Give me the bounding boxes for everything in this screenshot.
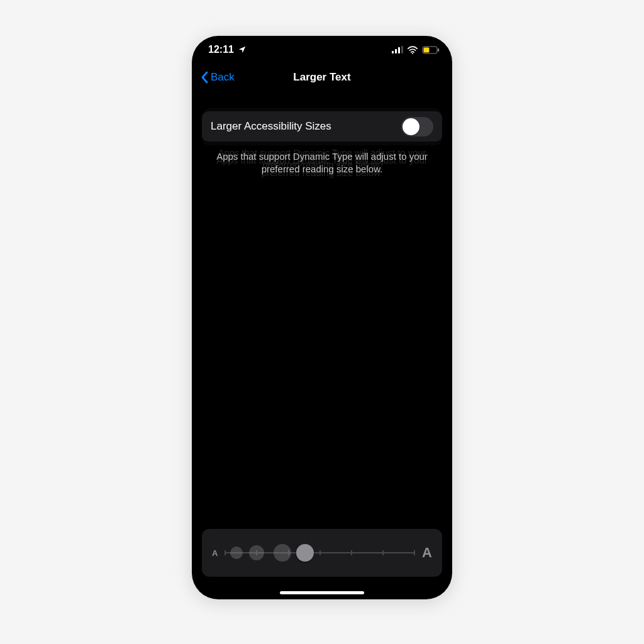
home-indicator[interactable] xyxy=(280,591,364,594)
phone-frame: 12:11 xyxy=(192,36,452,599)
slider-tick xyxy=(319,550,321,555)
slider-max-label: A xyxy=(422,545,432,561)
chevron-left-icon xyxy=(201,71,208,84)
text-size-slider-card: A A xyxy=(202,529,442,577)
slider-tick xyxy=(225,550,226,555)
slider-ghost-thumb xyxy=(230,547,243,559)
text-size-slider[interactable] xyxy=(225,540,414,565)
accessibility-sizes-toggle[interactable] xyxy=(401,117,433,136)
svg-rect-3 xyxy=(401,46,403,53)
back-button[interactable]: Back xyxy=(197,64,238,91)
svg-rect-1 xyxy=(395,49,397,53)
status-right xyxy=(392,46,440,54)
slider-tick xyxy=(351,550,352,555)
accessibility-sizes-row[interactable]: Larger Accessibility Sizes xyxy=(202,111,442,142)
switch-knob xyxy=(402,118,419,135)
slider-tick xyxy=(382,550,384,555)
svg-point-4 xyxy=(412,52,413,53)
location-icon xyxy=(238,45,247,54)
status-bar: 12:11 xyxy=(192,36,452,64)
slider-ghost-thumb xyxy=(249,545,264,560)
page-title: Larger Text xyxy=(293,71,350,84)
svg-rect-2 xyxy=(398,47,400,53)
slider-thumb[interactable] xyxy=(296,544,314,562)
wifi-icon xyxy=(407,46,418,54)
content: Larger Accessibility Sizes Apps that sup… xyxy=(192,111,452,176)
battery-icon xyxy=(422,46,440,54)
svg-rect-7 xyxy=(424,47,430,52)
caption-text: Apps that support Dynamic Type will adju… xyxy=(202,150,442,176)
status-left: 12:11 xyxy=(208,44,247,55)
slider-ghost-thumb xyxy=(274,544,291,562)
slider-min-label: A xyxy=(212,548,218,558)
slider-tick xyxy=(414,550,415,555)
back-label: Back xyxy=(211,71,235,84)
row-label: Larger Accessibility Sizes xyxy=(211,120,331,133)
cellular-icon xyxy=(392,46,403,53)
svg-rect-6 xyxy=(438,48,439,52)
nav-bar: Back Larger Text xyxy=(192,64,452,91)
status-time: 12:11 xyxy=(208,44,234,55)
content-stack: Larger Accessibility Sizes Apps that sup… xyxy=(202,111,442,176)
front-layer: Larger Accessibility Sizes Apps that sup… xyxy=(202,111,442,176)
svg-rect-0 xyxy=(392,51,394,53)
